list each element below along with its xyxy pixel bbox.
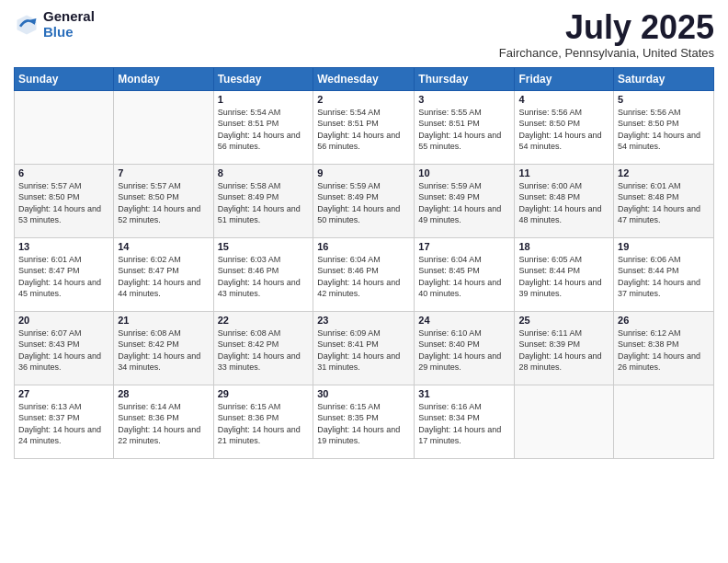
table-row: 20Sunrise: 6:07 AM Sunset: 8:43 PM Dayli… bbox=[15, 311, 114, 385]
table-row: 8Sunrise: 5:58 AM Sunset: 8:49 PM Daylig… bbox=[213, 164, 313, 237]
day-number: 6 bbox=[18, 167, 109, 178]
table-row: 12Sunrise: 6:01 AM Sunset: 8:48 PM Dayli… bbox=[614, 164, 714, 237]
day-number: 22 bbox=[218, 315, 310, 326]
day-number: 24 bbox=[418, 315, 510, 326]
day-number: 5 bbox=[618, 94, 710, 105]
day-info: Sunrise: 6:00 AM Sunset: 8:48 PM Dayligh… bbox=[518, 180, 609, 226]
header: General Blue July 2025 Fairchance, Penns… bbox=[14, 9, 714, 60]
table-row: 4Sunrise: 5:56 AM Sunset: 8:50 PM Daylig… bbox=[515, 90, 614, 164]
day-info: Sunrise: 6:11 AM Sunset: 8:39 PM Dayligh… bbox=[518, 327, 609, 373]
day-number: 26 bbox=[618, 315, 710, 326]
table-row: 22Sunrise: 6:08 AM Sunset: 8:42 PM Dayli… bbox=[213, 311, 313, 385]
calendar-week-row: 13Sunrise: 6:01 AM Sunset: 8:47 PM Dayli… bbox=[15, 237, 714, 311]
day-info: Sunrise: 6:09 AM Sunset: 8:41 PM Dayligh… bbox=[317, 327, 410, 373]
day-number: 7 bbox=[118, 167, 209, 178]
day-number: 1 bbox=[218, 94, 310, 105]
table-row: 1Sunrise: 5:54 AM Sunset: 8:51 PM Daylig… bbox=[213, 90, 313, 164]
day-info: Sunrise: 6:06 AM Sunset: 8:44 PM Dayligh… bbox=[618, 254, 710, 300]
calendar-week-row: 20Sunrise: 6:07 AM Sunset: 8:43 PM Dayli… bbox=[15, 311, 714, 385]
day-info: Sunrise: 6:08 AM Sunset: 8:42 PM Dayligh… bbox=[118, 327, 209, 373]
table-row: 18Sunrise: 6:05 AM Sunset: 8:44 PM Dayli… bbox=[515, 237, 614, 311]
logo-text: General Blue bbox=[43, 9, 95, 40]
day-info: Sunrise: 6:03 AM Sunset: 8:46 PM Dayligh… bbox=[218, 254, 310, 300]
table-row: 30Sunrise: 6:15 AM Sunset: 8:35 PM Dayli… bbox=[313, 385, 415, 458]
day-number: 18 bbox=[518, 241, 609, 252]
location: Fairchance, Pennsylvania, United States bbox=[499, 46, 714, 60]
day-info: Sunrise: 5:56 AM Sunset: 8:50 PM Dayligh… bbox=[518, 107, 609, 153]
day-number: 13 bbox=[18, 241, 109, 252]
table-row: 15Sunrise: 6:03 AM Sunset: 8:46 PM Dayli… bbox=[213, 237, 313, 311]
day-info: Sunrise: 6:14 AM Sunset: 8:36 PM Dayligh… bbox=[118, 401, 209, 447]
table-row bbox=[614, 385, 714, 458]
table-row: 13Sunrise: 6:01 AM Sunset: 8:47 PM Dayli… bbox=[15, 237, 114, 311]
day-number: 16 bbox=[317, 241, 410, 252]
day-info: Sunrise: 5:55 AM Sunset: 8:51 PM Dayligh… bbox=[418, 107, 510, 153]
table-row: 21Sunrise: 6:08 AM Sunset: 8:42 PM Dayli… bbox=[114, 311, 213, 385]
day-info: Sunrise: 5:57 AM Sunset: 8:50 PM Dayligh… bbox=[18, 180, 109, 226]
day-info: Sunrise: 6:15 AM Sunset: 8:35 PM Dayligh… bbox=[317, 401, 410, 447]
day-number: 10 bbox=[418, 167, 510, 178]
month-title: July 2025 bbox=[499, 9, 714, 46]
table-row: 9Sunrise: 5:59 AM Sunset: 8:49 PM Daylig… bbox=[313, 164, 415, 237]
day-info: Sunrise: 6:02 AM Sunset: 8:47 PM Dayligh… bbox=[118, 254, 209, 300]
day-info: Sunrise: 5:58 AM Sunset: 8:49 PM Dayligh… bbox=[218, 180, 310, 226]
table-row: 27Sunrise: 6:13 AM Sunset: 8:37 PM Dayli… bbox=[15, 385, 114, 458]
day-info: Sunrise: 6:07 AM Sunset: 8:43 PM Dayligh… bbox=[18, 327, 109, 373]
day-number: 9 bbox=[317, 167, 410, 178]
table-row bbox=[515, 385, 614, 458]
day-number: 30 bbox=[317, 388, 410, 399]
col-saturday: Saturday bbox=[614, 67, 714, 90]
table-row: 29Sunrise: 6:15 AM Sunset: 8:36 PM Dayli… bbox=[213, 385, 313, 458]
day-info: Sunrise: 6:04 AM Sunset: 8:45 PM Dayligh… bbox=[418, 254, 510, 300]
table-row: 5Sunrise: 5:56 AM Sunset: 8:50 PM Daylig… bbox=[614, 90, 714, 164]
day-info: Sunrise: 6:08 AM Sunset: 8:42 PM Dayligh… bbox=[218, 327, 310, 373]
day-number: 29 bbox=[218, 388, 310, 399]
col-monday: Monday bbox=[114, 67, 213, 90]
table-row: 17Sunrise: 6:04 AM Sunset: 8:45 PM Dayli… bbox=[415, 237, 515, 311]
table-row: 24Sunrise: 6:10 AM Sunset: 8:40 PM Dayli… bbox=[415, 311, 515, 385]
day-info: Sunrise: 5:54 AM Sunset: 8:51 PM Dayligh… bbox=[317, 107, 410, 153]
day-number: 21 bbox=[118, 315, 209, 326]
day-info: Sunrise: 6:04 AM Sunset: 8:46 PM Dayligh… bbox=[317, 254, 410, 300]
table-row bbox=[114, 90, 213, 164]
table-row: 14Sunrise: 6:02 AM Sunset: 8:47 PM Dayli… bbox=[114, 237, 213, 311]
table-row: 11Sunrise: 6:00 AM Sunset: 8:48 PM Dayli… bbox=[515, 164, 614, 237]
day-info: Sunrise: 5:59 AM Sunset: 8:49 PM Dayligh… bbox=[317, 180, 410, 226]
col-sunday: Sunday bbox=[15, 67, 114, 90]
calendar-week-row: 1Sunrise: 5:54 AM Sunset: 8:51 PM Daylig… bbox=[15, 90, 714, 164]
table-row: 3Sunrise: 5:55 AM Sunset: 8:51 PM Daylig… bbox=[415, 90, 515, 164]
day-number: 15 bbox=[218, 241, 310, 252]
day-info: Sunrise: 6:01 AM Sunset: 8:47 PM Dayligh… bbox=[18, 254, 109, 300]
day-number: 4 bbox=[518, 94, 609, 105]
day-number: 23 bbox=[317, 315, 410, 326]
table-row: 19Sunrise: 6:06 AM Sunset: 8:44 PM Dayli… bbox=[614, 237, 714, 311]
col-tuesday: Tuesday bbox=[213, 67, 313, 90]
day-info: Sunrise: 6:13 AM Sunset: 8:37 PM Dayligh… bbox=[18, 401, 109, 447]
day-info: Sunrise: 5:57 AM Sunset: 8:50 PM Dayligh… bbox=[118, 180, 209, 226]
col-friday: Friday bbox=[515, 67, 614, 90]
day-info: Sunrise: 6:01 AM Sunset: 8:48 PM Dayligh… bbox=[618, 180, 710, 226]
day-number: 14 bbox=[118, 241, 209, 252]
day-info: Sunrise: 6:15 AM Sunset: 8:36 PM Dayligh… bbox=[218, 401, 310, 447]
calendar-table: Sunday Monday Tuesday Wednesday Thursday… bbox=[14, 67, 714, 459]
table-row: 2Sunrise: 5:54 AM Sunset: 8:51 PM Daylig… bbox=[313, 90, 415, 164]
day-number: 19 bbox=[618, 241, 710, 252]
day-number: 8 bbox=[218, 167, 310, 178]
page: General Blue July 2025 Fairchance, Penns… bbox=[0, 0, 728, 563]
day-number: 2 bbox=[317, 94, 410, 105]
calendar-header-row: Sunday Monday Tuesday Wednesday Thursday… bbox=[15, 67, 714, 90]
day-number: 31 bbox=[418, 388, 510, 399]
calendar-week-row: 6Sunrise: 5:57 AM Sunset: 8:50 PM Daylig… bbox=[15, 164, 714, 237]
day-info: Sunrise: 6:05 AM Sunset: 8:44 PM Dayligh… bbox=[518, 254, 609, 300]
day-info: Sunrise: 6:10 AM Sunset: 8:40 PM Dayligh… bbox=[418, 327, 510, 373]
day-number: 11 bbox=[518, 167, 609, 178]
day-number: 27 bbox=[18, 388, 109, 399]
table-row: 26Sunrise: 6:12 AM Sunset: 8:38 PM Dayli… bbox=[614, 311, 714, 385]
logo: General Blue bbox=[14, 9, 95, 40]
col-wednesday: Wednesday bbox=[313, 67, 415, 90]
generalblue-logo-icon bbox=[14, 12, 40, 38]
table-row: 7Sunrise: 5:57 AM Sunset: 8:50 PM Daylig… bbox=[114, 164, 213, 237]
day-info: Sunrise: 5:54 AM Sunset: 8:51 PM Dayligh… bbox=[218, 107, 310, 153]
day-number: 28 bbox=[118, 388, 209, 399]
table-row: 10Sunrise: 5:59 AM Sunset: 8:49 PM Dayli… bbox=[415, 164, 515, 237]
